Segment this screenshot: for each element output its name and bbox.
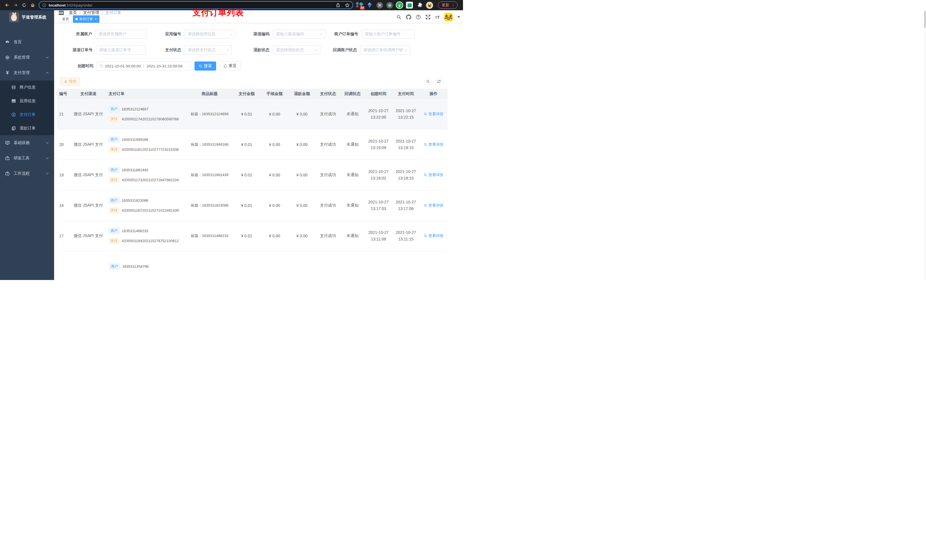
chevron-up-icon [45,71,49,74]
channel-code-select[interactable]: 请输入渠道编码 [273,30,325,39]
cell-channel: 微信 JSAPI 支付 [71,112,106,117]
sidebar-item-label: 系统管理 [14,55,30,60]
sidebar-item-dev-tools[interactable]: 研发工具 [0,151,54,166]
sidebar: 芋道管理系统 首页 系统管理 ¥ 支付管理 商户信息 应用信息 [0,10,54,280]
extension-command-icon[interactable]: ⌘ [376,2,383,9]
sidebar-item-refund-order[interactable]: 退款订单 [0,122,54,135]
table-row: 18 微信 JSAPI 支付 商户1635311823086 支付4200001… [57,190,448,221]
tag-home[interactable]: 首页 [59,15,71,23]
site-info-icon[interactable] [42,3,47,8]
reset-button[interactable]: 重置 [219,62,241,71]
search-icon[interactable] [396,15,401,20]
cell-channel: 微信 JSAPI 支付 [71,203,106,208]
app-logo-row[interactable]: 芋道管理系统 [0,10,54,24]
gear-icon [5,55,10,60]
breadcrumb-pay[interactable]: 支付管理 [83,10,99,15]
forward-icon [14,3,18,8]
table-row: 21 微信 JSAPI 支付 商户1635312124657 支付4200001… [57,99,448,130]
help-icon[interactable] [416,15,421,20]
cell-create-time: 2021-10-2713:11:08 [365,229,392,242]
view-detail-link[interactable]: 查看详情 [424,142,443,147]
extension-toolbar: 10 ⌘ y [356,2,458,9]
sidebar-item-infra[interactable]: 基础设施 [0,135,54,151]
browser-back-button[interactable] [3,2,11,9]
app-select[interactable]: 请选择应用信息 [185,30,236,39]
sidebar-item-label: 退款订单 [20,126,36,131]
sidebar-item-pay-order[interactable]: 支付订单 [0,108,54,122]
sidebar-item-label: 研发工具 [14,155,30,161]
browser-update-button[interactable]: 更新 ⋮ [438,2,458,9]
sidebar-collapse-icon[interactable] [59,11,64,15]
table-toolbar: 导出 [60,77,463,85]
user-menu-caret-icon[interactable] [457,16,460,18]
refresh-icon [437,80,441,83]
refresh-table-button[interactable] [435,78,442,85]
font-size-icon[interactable]: TT [435,15,440,20]
view-detail-link[interactable]: 查看详情 [424,172,443,178]
refund-status-select[interactable]: 请选择退款状态 [273,45,320,54]
sidebar-item-app-info[interactable]: 应用信息 [0,94,54,108]
sidebar-item-pay[interactable]: ¥ 支付管理 [0,65,54,80]
search-icon [424,204,427,207]
view-detail-link[interactable]: 查看详情 [424,203,443,208]
date-start: 2021-10-01 00:00:00 [105,64,141,68]
cell-create-time: 2021-10-2713:18:02 [365,169,392,181]
extensions-puzzle-icon[interactable] [416,2,423,9]
create-time-range-picker[interactable]: 2021-10-01 00:00:00 - 2021-10-31 23:59:5… [97,62,190,71]
merchant-tag: 商户 [109,137,120,143]
cell-amount: ¥ 0.01 [233,234,261,238]
sidebar-item-label: 支付订单 [20,112,36,117]
extension-recorder-icon[interactable] [386,2,393,9]
cell-refund: ¥ 0.00 [289,234,316,238]
sidebar-item-label: 应用信息 [20,98,36,104]
browser-forward-button[interactable] [12,2,20,9]
toggle-search-button[interactable] [424,78,432,85]
cell-pay-time: 2021-10-2713:18:10 [392,169,419,181]
github-icon[interactable] [406,15,411,20]
fullscreen-icon[interactable] [425,15,431,20]
browser-menu-icon[interactable]: ⋮ [451,3,455,8]
pay-status-select[interactable]: 请选择支付状态 [185,45,232,54]
cell-amount: ¥ 0.01 [233,203,261,208]
col-header-refund: 退款金额 [289,91,316,97]
chevron-down-icon [404,49,407,52]
url-path: :1024/pay/order [65,3,92,8]
bookmark-star-icon[interactable] [345,3,350,8]
cell-amount: ¥ 0.01 [233,142,261,147]
cell-actions: 查看详情 [419,233,448,238]
view-detail-link[interactable]: 查看详情 [424,233,443,238]
extension-sketch-icon[interactable]: 10 [356,2,363,9]
chevron-down-icon [45,56,49,59]
extension-y-icon[interactable]: y [396,2,403,9]
merchant-order-no-input[interactable]: 请输入商户订单编号 [362,30,415,39]
export-button[interactable]: 导出 [60,77,80,85]
extension-emoji-icon[interactable] [426,2,433,9]
chevron-down-icon [45,141,49,145]
tag-pay-order[interactable]: 支付订单 × [73,15,99,23]
extension-chat-icon[interactable] [406,2,413,9]
browser-home-button[interactable] [29,2,36,9]
sidebar-item-system[interactable]: 系统管理 [0,50,54,65]
channel-code-label: 渠道编码 [236,32,273,37]
search-button[interactable]: 搜索 [195,62,216,71]
top-navbar: 首页 / 支付管理 / 支付订单 支付订单列表 TT [54,10,463,15]
cell-status: 支付成功 [316,172,340,178]
browser-reload-button[interactable] [21,2,28,9]
page-title: 支付订单列表 [192,7,244,18]
breadcrumb-home[interactable]: 首页 [69,10,77,15]
share-icon[interactable] [336,3,340,8]
sidebar-item-merchant-info[interactable]: 商户信息 [0,80,54,94]
merchant-select[interactable]: 请选择所属商户 [95,30,147,39]
tag-close-icon[interactable]: × [95,17,97,21]
user-avatar[interactable] [444,13,453,21]
sidebar-item-home[interactable]: 首页 [0,35,54,50]
table-row: 20 微信 JSAPI 支付 商户1635311949168 支付4200001… [57,130,448,160]
sidebar-item-workflow[interactable]: 工作流程 [0,166,54,181]
extension-kite-icon[interactable] [366,2,373,9]
merchant-tag: 商户 [109,228,120,234]
view-detail-link[interactable]: 查看详情 [424,112,443,117]
notify-status-select[interactable]: 请选择订单回调商户状态 [360,45,410,54]
channel-order-no-input[interactable]: 请输入渠道订单号 [96,45,145,54]
url-host: localhost [49,3,65,8]
col-header-fee: 手续金额 [261,91,289,97]
